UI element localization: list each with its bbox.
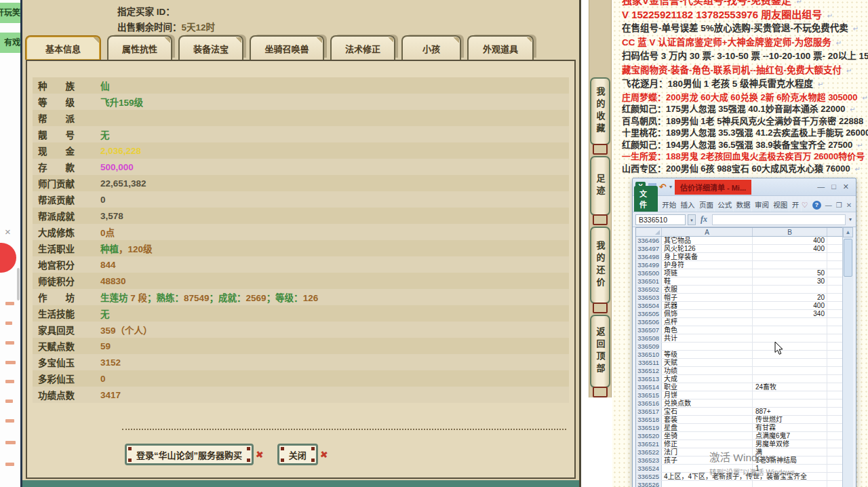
- cell-column-b[interactable]: [753, 253, 827, 260]
- cell-column-b[interactable]: 400: [753, 302, 827, 309]
- row-number[interactable]: 336518: [636, 416, 662, 423]
- tab[interactable]: 坐骑召唤兽: [250, 35, 324, 60]
- cell-column-a[interactable]: 天赋: [662, 359, 753, 366]
- scrollbar-thumb[interactable]: [17, 268, 20, 300]
- cell-column-a[interactable]: 鞋: [662, 277, 753, 285]
- cell-column-a[interactable]: 佩饰: [662, 310, 753, 317]
- cell-column-a[interactable]: 月饼: [662, 391, 753, 399]
- cell-column-c[interactable]: [827, 326, 843, 334]
- cell-column-c[interactable]: [827, 465, 843, 472]
- row-number[interactable]: 336523: [636, 456, 662, 464]
- row-number[interactable]: 336512: [636, 367, 662, 374]
- row-number[interactable]: 336510: [636, 351, 662, 358]
- column-header-b[interactable]: B: [753, 228, 827, 236]
- row-number[interactable]: 336526: [636, 481, 662, 487]
- cell-column-b[interactable]: [753, 261, 827, 269]
- cell-column-c[interactable]: [827, 351, 843, 358]
- cell-column-c[interactable]: [827, 400, 843, 407]
- cell-column-a[interactable]: 帽子: [662, 294, 753, 301]
- vertical-scrollbar[interactable]: ▲: [842, 227, 853, 487]
- cell-column-b[interactable]: [753, 481, 827, 487]
- cell-column-a[interactable]: 身上穿装备: [662, 253, 753, 260]
- cell-column-b[interactable]: 满: [753, 448, 827, 456]
- row-number[interactable]: 336524: [636, 465, 662, 472]
- cell-column-b[interactable]: 887+: [753, 408, 827, 415]
- cell-column-c[interactable]: [827, 473, 843, 480]
- cell-column-b[interactable]: [753, 391, 827, 399]
- cell-column-c[interactable]: [827, 456, 843, 464]
- cell-column-c[interactable]: [827, 253, 843, 260]
- ribbon-tab[interactable]: 插入: [678, 197, 696, 212]
- cell-column-a[interactable]: 星盘: [662, 424, 753, 431]
- cell-column-c[interactable]: [827, 269, 843, 277]
- tab[interactable]: 外观道具: [467, 35, 534, 60]
- tab[interactable]: 基本信息: [25, 35, 101, 60]
- cell-column-a[interactable]: 衣服: [662, 286, 753, 293]
- cell-column-b[interactable]: 50: [753, 269, 827, 277]
- cell-column-b[interactable]: 30: [753, 277, 827, 285]
- formula-bar-expand-icon[interactable]: ▾: [848, 216, 853, 222]
- cell-column-a[interactable]: 项链: [662, 269, 753, 277]
- cell-column-c[interactable]: [827, 343, 843, 350]
- cell-column-b[interactable]: 20: [753, 294, 827, 301]
- cell-column-b[interactable]: 男魔单双修: [753, 440, 827, 448]
- ribbon-tab[interactable]: 开始: [659, 197, 677, 212]
- ribbon-tab[interactable]: 页面: [696, 197, 715, 212]
- cell-column-c[interactable]: [827, 391, 843, 399]
- cell-column-c[interactable]: [827, 359, 843, 366]
- action-button[interactable]: 登录“华山论剑”服务器购买: [125, 444, 254, 465]
- cell-column-b[interactable]: 点满魔6鬼7: [753, 432, 827, 440]
- cell-column-c[interactable]: [827, 432, 843, 440]
- cell-column-a[interactable]: 孩子: [662, 456, 753, 464]
- cell-column-b[interactable]: [753, 326, 827, 334]
- cell-column-c[interactable]: [827, 481, 843, 487]
- cell-column-a[interactable]: 宝石: [662, 408, 753, 415]
- cell-column-c[interactable]: [827, 424, 843, 431]
- cell-column-c[interactable]: [827, 448, 843, 456]
- cell-column-c[interactable]: [827, 277, 843, 285]
- cell-column-a[interactable]: 共计: [662, 334, 753, 342]
- cell-column-c[interactable]: [827, 408, 843, 415]
- row-number[interactable]: 336516: [636, 400, 662, 407]
- cell-column-a[interactable]: [662, 465, 753, 472]
- cell-column-c[interactable]: [827, 416, 843, 423]
- cell-column-b[interactable]: 有甘霖: [753, 424, 827, 431]
- cell-column-a[interactable]: 其它物品: [662, 237, 753, 244]
- tab[interactable]: 装备法宝: [178, 35, 243, 60]
- cell-column-b[interactable]: [753, 351, 827, 358]
- select-all-corner[interactable]: [636, 228, 662, 236]
- cell-column-b[interactable]: 传世燃灯: [753, 416, 827, 423]
- cell-column-b[interactable]: 400: [753, 245, 827, 252]
- column-header-c[interactable]: [827, 228, 843, 236]
- name-box[interactable]: B336510: [635, 214, 686, 225]
- cell-column-a[interactable]: [662, 481, 753, 487]
- row-number[interactable]: 336496: [636, 237, 662, 244]
- cell-column-c[interactable]: [827, 367, 843, 374]
- cell-column-c[interactable]: [827, 245, 843, 252]
- maximize-icon[interactable]: □: [831, 182, 836, 191]
- help-icon[interactable]: ?: [812, 201, 821, 210]
- cell-column-c[interactable]: [827, 237, 843, 244]
- cell-column-b[interactable]: [753, 367, 827, 374]
- row-number[interactable]: 336497: [636, 245, 662, 252]
- side-tab[interactable]: 我的还价: [590, 227, 610, 304]
- cell-column-b[interactable]: [753, 286, 827, 293]
- cell-column-b[interactable]: 1: [753, 465, 827, 472]
- side-tab[interactable]: 返回顶部: [590, 315, 610, 388]
- cell-column-a[interactable]: 护身符: [662, 261, 753, 269]
- row-number[interactable]: 336504: [636, 302, 662, 309]
- cell-column-b[interactable]: 1老3新神结局: [753, 456, 827, 464]
- row-number[interactable]: 336521: [636, 440, 662, 448]
- excel-title-bar[interactable]: X ↶ ▾ 估价详细清单 - Mi... — □ ✕: [633, 178, 856, 196]
- cell-column-c[interactable]: [827, 294, 843, 301]
- cell-column-b[interactable]: [753, 359, 827, 366]
- tab[interactable]: 小孩: [401, 35, 461, 60]
- side-tab[interactable]: 我的收藏: [590, 77, 610, 145]
- cell-column-a[interactable]: 坐骑: [662, 432, 753, 440]
- tab[interactable]: 法术修正: [330, 35, 395, 60]
- action-button[interactable]: 关闭: [277, 444, 318, 465]
- cell-column-c[interactable]: [827, 440, 843, 448]
- row-number[interactable]: 336507: [636, 326, 662, 334]
- side-tab[interactable]: 足迹: [590, 156, 610, 216]
- undo-icon[interactable]: ↶: [659, 182, 667, 191]
